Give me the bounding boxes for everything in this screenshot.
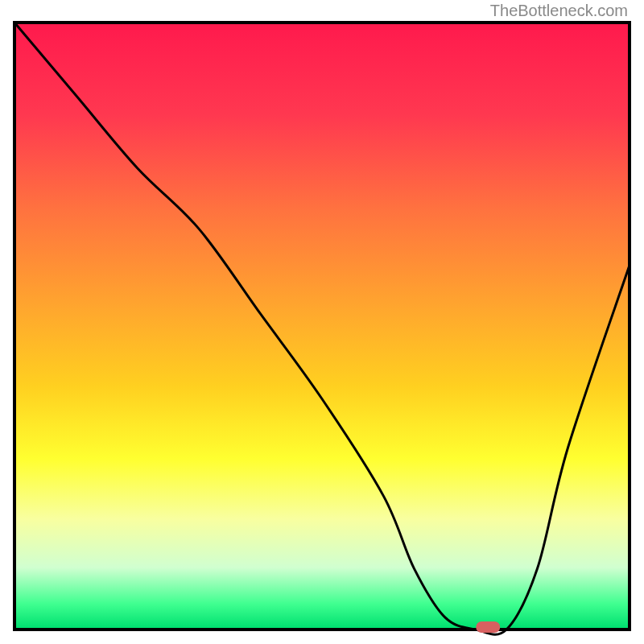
chart-svg [0,0,644,644]
watermark-text: TheBottleneck.com [490,2,628,20]
chart-container: TheBottleneck.com [0,0,644,644]
plot-background [16,24,628,628]
optimal-point-marker [476,621,500,633]
